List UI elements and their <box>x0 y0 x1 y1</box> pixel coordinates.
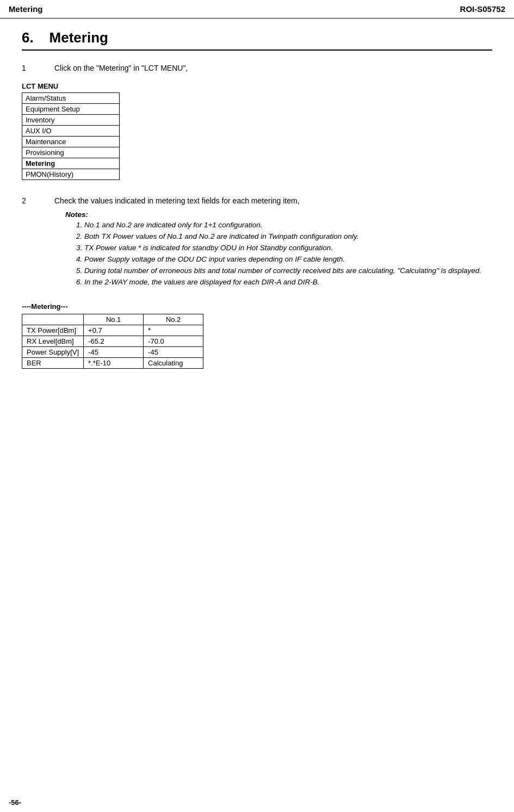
lct-menu-item: Alarm/Status <box>22 93 120 104</box>
metering-row: Power Supply[V]-45-45 <box>22 347 203 358</box>
note-item: 1. No.1 and No.2 are indicated only for … <box>76 221 492 229</box>
metering-cell-no1: +0.7 <box>84 325 144 336</box>
metering-cell-no1: *.*E-10 <box>84 358 144 369</box>
notes-section: Notes: 1. No.1 and No.2 are indicated on… <box>65 210 492 286</box>
lct-menu-item: Metering <box>22 158 120 169</box>
metering-section: ----Metering--- No.1No.2 TX Power[dBm]+0… <box>22 302 492 369</box>
step1-number: 1 <box>22 64 54 72</box>
step1-text: Click on the "Metering" in "LCT MENU", <box>54 64 492 72</box>
metering-cell-no2: -45 <box>144 347 203 358</box>
metering-cell-label: RX Level[dBm] <box>22 336 84 347</box>
metering-label: ----Metering--- <box>22 302 492 311</box>
metering-col-header: No.1 <box>84 314 144 325</box>
lct-menu-item: Provisioning <box>22 147 120 158</box>
chapter-number: 6. <box>22 29 34 46</box>
lct-menu-table: Alarm/StatusEquipment SetupInventoryAUX … <box>22 92 120 180</box>
metering-cell-no2: * <box>144 325 203 336</box>
metering-col-header: No.2 <box>144 314 203 325</box>
metering-cell-no2: -70.0 <box>144 336 203 347</box>
lct-menu-item: Equipment Setup <box>22 104 120 115</box>
metering-row: BER*.*E-10Calculating <box>22 358 203 369</box>
note-item: 6. In the 2-WAY mode, the values are dis… <box>76 278 492 286</box>
lct-menu-label: LCT MENU <box>22 82 492 90</box>
page-footer: -56- <box>9 798 21 807</box>
notes-title: Notes: <box>65 210 88 219</box>
metering-col-header <box>22 314 84 325</box>
chapter-name: Metering <box>49 29 108 46</box>
header-right-title: ROI-S05752 <box>460 4 505 14</box>
step2-row: 2 Check the values indicated in metering… <box>22 196 492 205</box>
step2-text: Check the values indicated in metering t… <box>54 196 492 205</box>
note-item: 4. Power Supply voltage of the ODU DC in… <box>76 255 492 263</box>
lct-menu-item: Inventory <box>22 115 120 126</box>
lct-menu-item: AUX I/O <box>22 126 120 137</box>
note-item: 5. During total number of erroneous bits… <box>76 266 492 275</box>
lct-menu-item: PMON(History) <box>22 169 120 180</box>
metering-cell-no1: -65.2 <box>84 336 144 347</box>
lct-menu-container: LCT MENU Alarm/StatusEquipment SetupInve… <box>22 82 492 180</box>
page-header: Metering ROI-S05752 <box>0 0 514 18</box>
step1-row: 1 Click on the "Metering" in "LCT MENU", <box>22 64 492 72</box>
note-item: 3. TX Power value * is indicated for sta… <box>76 244 492 252</box>
main-content: 6. Metering 1 Click on the "Metering" in… <box>0 18 514 390</box>
lct-menu-item: Maintenance <box>22 137 120 147</box>
header-left-title: Metering <box>9 4 43 14</box>
metering-table: No.1No.2 TX Power[dBm]+0.7*RX Level[dBm]… <box>22 314 203 369</box>
metering-cell-label: BER <box>22 358 84 369</box>
metering-row: TX Power[dBm]+0.7* <box>22 325 203 336</box>
metering-row: RX Level[dBm]-65.2-70.0 <box>22 336 203 347</box>
page-number: -56- <box>9 798 21 807</box>
chapter-title: 6. Metering <box>22 29 492 51</box>
metering-cell-no1: -45 <box>84 347 144 358</box>
metering-cell-no2: Calculating <box>144 358 203 369</box>
step2-number: 2 <box>22 196 54 205</box>
notes-list: 1. No.1 and No.2 are indicated only for … <box>76 221 492 286</box>
metering-cell-label: TX Power[dBm] <box>22 325 84 336</box>
note-item: 2. Both TX Power values of No.1 and No.2… <box>76 232 492 240</box>
metering-cell-label: Power Supply[V] <box>22 347 84 358</box>
